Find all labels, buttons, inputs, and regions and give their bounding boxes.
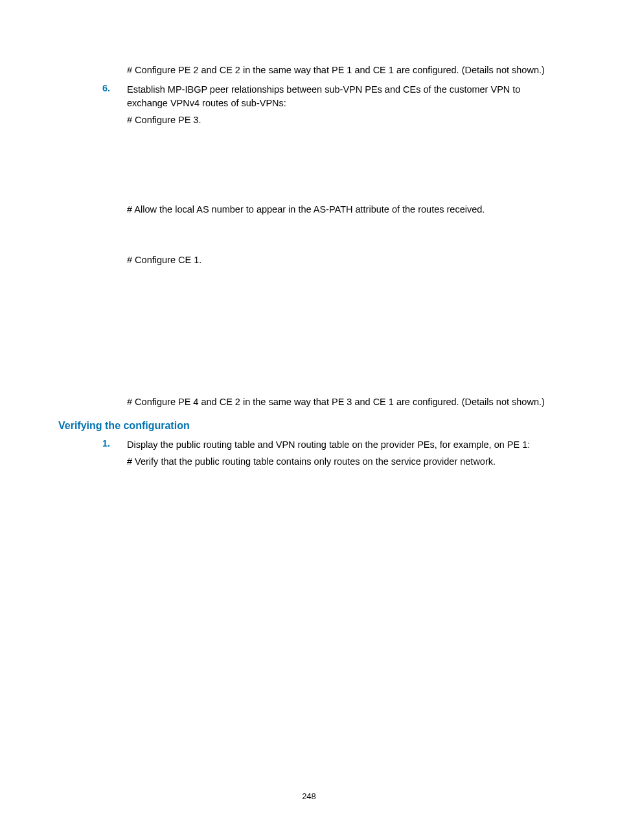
step-line: # Verify that the public routing table c… — [127, 455, 560, 468]
step-6: 6. Establish MP-IBGP peer relationships … — [58, 83, 560, 408]
step-line: # Configure CE 1. — [127, 253, 560, 266]
spacer — [58, 267, 560, 395]
step-line: # Configure PE 3. — [127, 113, 560, 126]
page-number: 248 — [0, 791, 618, 801]
step-number: 1. — [102, 438, 110, 449]
spacer — [58, 216, 560, 253]
step-number: 6. — [102, 83, 110, 93]
section-heading: Verifying the configuration — [58, 420, 560, 432]
step-intro: Establish MP-IBGP peer relationships bet… — [127, 83, 560, 110]
page-content: # Configure PE 2 and CE 2 in the same wa… — [0, 0, 618, 469]
step-intro: Display the public routing table and VPN… — [127, 438, 560, 451]
step-line: # Configure PE 4 and CE 2 in the same wa… — [127, 395, 560, 408]
spacer — [58, 126, 560, 203]
paragraph: # Configure PE 2 and CE 2 in the same wa… — [127, 64, 560, 76]
verify-step-1: 1. Display the public routing table and … — [58, 438, 560, 469]
step-line: # Allow the local AS number to appear in… — [127, 203, 560, 216]
